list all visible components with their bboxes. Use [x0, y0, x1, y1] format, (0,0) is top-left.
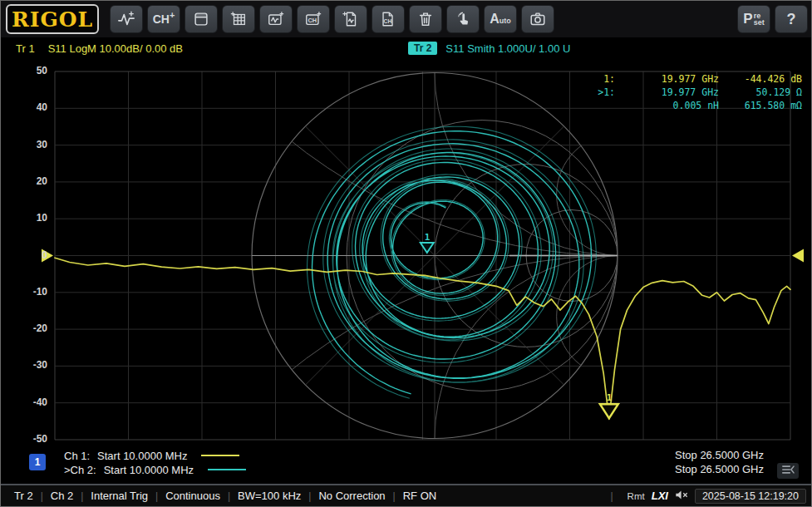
y-tick-label: 40: [14, 101, 47, 113]
status-channel[interactable]: Ch 2: [51, 490, 73, 502]
status-sweep[interactable]: Continuous: [165, 490, 220, 502]
y-tick-label: 10: [14, 212, 47, 224]
status-correction[interactable]: No Correction: [318, 490, 385, 502]
channel1-start: Start 10.0000 MHz: [97, 450, 187, 462]
mute-icon[interactable]: [675, 490, 688, 503]
channel2-start: Start 10.0000 MHz: [104, 464, 194, 476]
y-tick-label: -20: [14, 322, 47, 334]
y-tick-label: -30: [14, 359, 47, 371]
y-tick-label: 20: [14, 175, 47, 187]
channel2-trace-swatch: [208, 469, 246, 470]
channel2-row[interactable]: >Ch 2: Start 10.0000 MHz: [64, 463, 246, 476]
marker1-smith-label: 1: [425, 232, 431, 243]
channel1-label: Ch 1:: [64, 450, 90, 462]
smith-trace: [308, 126, 597, 398]
collapse-menu-icon: [780, 464, 796, 479]
channel1-stop: Stop 26.5000 GHz: [675, 449, 764, 462]
status-trace[interactable]: Tr 2: [14, 490, 33, 502]
status-bandwidth[interactable]: BW=100 kHz: [238, 490, 301, 502]
y-tick-label: -40: [14, 396, 47, 408]
channel-number-badge[interactable]: 1: [29, 454, 46, 470]
lxi-logo: LXI: [652, 490, 668, 502]
channel2-stop: Stop 26.5000 GHz: [675, 463, 764, 476]
y-tick-label: -10: [14, 286, 47, 298]
y-tick-label: 30: [14, 139, 47, 150]
y-tick-label: 50: [14, 65, 47, 76]
marker-readout: 1:19.977 GHz-44.426 dB >1:19.977 GHz50.1…: [582, 72, 802, 112]
remote-indicator: Rmt: [627, 491, 645, 501]
marker-row-3: 0.005 nH615.580 mΩ: [582, 99, 802, 112]
marker1-logmag[interactable]: [600, 404, 618, 418]
y-tick-label: -50: [14, 433, 47, 445]
marker-row-2: >1:19.977 GHz50.129 Ω: [582, 86, 802, 99]
datetime-display: 2025-08-15 12:19:20: [695, 489, 806, 504]
ref-level-right-triangle[interactable]: [792, 249, 804, 263]
collapse-menu-button[interactable]: [777, 463, 799, 479]
vna-screen: RIGOL CH+ CH CH: [0, 0, 812, 507]
status-bar: Tr 2| Ch 2| Internal Trig| Continuous| B…: [1, 485, 812, 506]
channel2-label: >Ch 2:: [64, 464, 96, 476]
channel1-trace-swatch: [201, 455, 239, 456]
status-right-cluster: | Rmt LXI 2025-08-15 12:19:20: [603, 489, 806, 504]
status-trigger[interactable]: Internal Trig: [91, 490, 148, 502]
status-rf[interactable]: RF ON: [403, 490, 436, 502]
channel1-row[interactable]: Ch 1: Start 10.0000 MHz: [64, 449, 239, 462]
y-tick-label: 0: [14, 249, 47, 261]
marker-row-1: 1:19.977 GHz-44.426 dB: [582, 72, 802, 86]
marker1-logmag-label: 1: [607, 392, 613, 403]
